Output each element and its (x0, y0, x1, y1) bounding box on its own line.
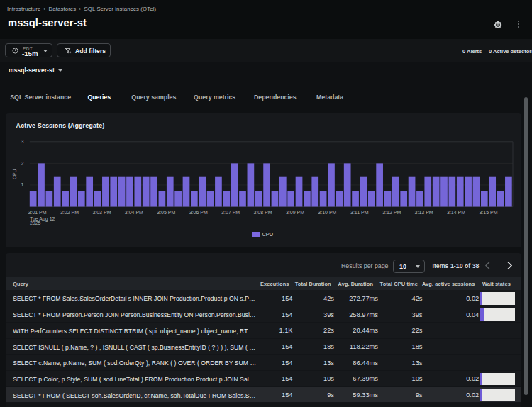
svg-text:3:06 PM: 3:06 PM (189, 210, 208, 215)
svg-text:3: 3 (21, 139, 24, 144)
svg-text:3:07 PM: 3:07 PM (221, 210, 240, 215)
svg-text:CPU: CPU (12, 169, 17, 179)
svg-text:3:04 PM: 3:04 PM (125, 210, 143, 215)
svg-text:3:10 PM: 3:10 PM (318, 210, 336, 215)
svg-text:2: 2 (21, 161, 24, 166)
svg-text:3:12 PM: 3:12 PM (382, 210, 401, 215)
svg-text:3:14 PM: 3:14 PM (447, 210, 465, 215)
svg-text:3:05 PM: 3:05 PM (157, 210, 175, 215)
svg-text:3:11 PM: 3:11 PM (350, 210, 369, 215)
svg-text:2025: 2025 (30, 221, 41, 225)
svg-text:3:15 PM: 3:15 PM (479, 210, 497, 215)
svg-text:3:09 PM: 3:09 PM (286, 210, 304, 215)
svg-text:3:02 PM: 3:02 PM (60, 210, 79, 215)
svg-text:1: 1 (21, 182, 24, 187)
svg-text:3:08 PM: 3:08 PM (254, 210, 272, 215)
svg-text:3:03 PM: 3:03 PM (92, 210, 111, 215)
svg-text:3:13 PM: 3:13 PM (415, 210, 433, 215)
svg-text:3:01 PM: 3:01 PM (28, 210, 47, 215)
